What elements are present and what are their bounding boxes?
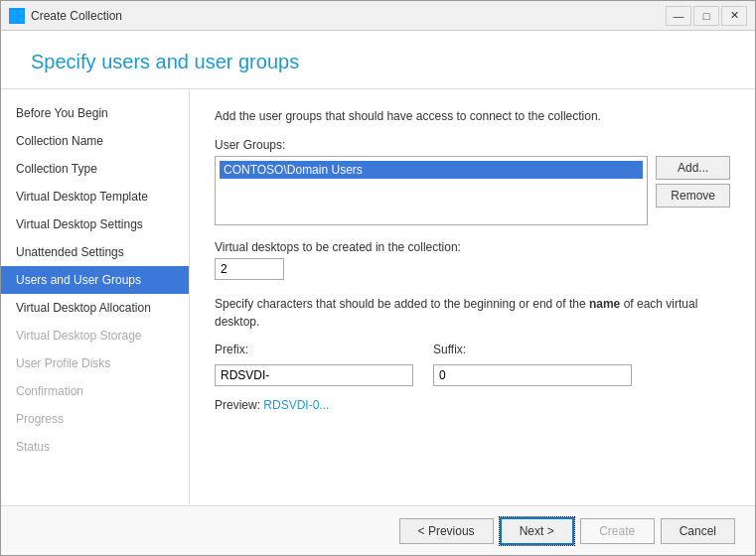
svg-rect-1 [18, 10, 23, 15]
remove-button[interactable]: Remove [656, 184, 730, 208]
window-controls: — □ ✕ [666, 6, 747, 26]
user-groups-buttons: Add... Remove [656, 156, 730, 208]
suffix-col: Suffix: [433, 343, 632, 386]
suffix-label: Suffix: [433, 343, 632, 356]
vd-count-label: Virtual desktops to be created in the co… [215, 240, 730, 254]
desc-pre: Specify characters that should be added … [215, 297, 589, 311]
sidebar-item-users-and-user-groups[interactable]: Users and User Groups [1, 266, 189, 294]
preview-value: RDSVDI-0... [263, 398, 329, 412]
user-groups-listbox[interactable]: CONTOSO\Domain Users [215, 156, 648, 225]
sidebar-item-virtual-desktop-allocation[interactable]: Virtual Desktop Allocation [1, 294, 189, 322]
sidebar-item-status: Status [1, 433, 189, 461]
sidebar-item-virtual-desktop-settings[interactable]: Virtual Desktop Settings [1, 210, 189, 238]
user-groups-row: CONTOSO\Domain Users Add... Remove [215, 156, 730, 225]
maximize-button[interactable]: □ [693, 6, 719, 26]
app-icon [9, 8, 25, 24]
sidebar-item-virtual-desktop-template[interactable]: Virtual Desktop Template [1, 183, 189, 210]
prefix-col: Prefix: [215, 343, 413, 386]
instruction-text: Add the user groups that should have acc… [215, 109, 730, 123]
main-window: Create Collection — □ ✕ Specify users an… [0, 0, 756, 556]
footer: < Previous Next > Create Cancel [1, 505, 755, 555]
create-button[interactable]: Create [580, 518, 655, 544]
sidebar-item-virtual-desktop-storage: Virtual Desktop Storage [1, 322, 189, 349]
sidebar: Before You BeginCollection NameCollectio… [1, 89, 190, 505]
listbox-item[interactable]: CONTOSO\Domain Users [220, 161, 643, 179]
prefix-label: Prefix: [215, 343, 413, 356]
window-title: Create Collection [31, 9, 666, 23]
suffix-input[interactable] [433, 364, 632, 386]
sidebar-item-confirmation: Confirmation [1, 377, 189, 405]
main-layout: Before You BeginCollection NameCollectio… [1, 89, 755, 505]
svg-rect-2 [11, 17, 16, 22]
vd-count-section: Virtual desktops to be created in the co… [215, 240, 730, 280]
preview-label: Preview: [215, 398, 260, 412]
prefix-suffix-row: Prefix: Suffix: [215, 343, 730, 386]
user-groups-label: User Groups: [215, 138, 730, 152]
sidebar-item-user-profile-disks: User Profile Disks [1, 349, 189, 377]
sidebar-item-collection-type[interactable]: Collection Type [1, 155, 189, 183]
vd-count-input[interactable] [215, 258, 284, 280]
minimize-button[interactable]: — [666, 6, 691, 26]
cancel-button[interactable]: Cancel [661, 518, 735, 544]
page-title: Specify users and user groups [31, 51, 725, 73]
user-groups-section: User Groups: CONTOSO\Domain Users Add...… [215, 138, 730, 225]
close-button[interactable]: ✕ [721, 6, 747, 26]
title-bar: Create Collection — □ ✕ [1, 1, 755, 31]
sidebar-item-before-you-begin[interactable]: Before You Begin [1, 99, 189, 127]
svg-rect-0 [11, 10, 16, 15]
main-content: Add the user groups that should have acc… [190, 89, 755, 505]
prefix-input[interactable] [215, 364, 413, 386]
svg-rect-3 [18, 17, 23, 22]
sidebar-item-collection-name[interactable]: Collection Name [1, 127, 189, 155]
desc-text: Specify characters that should be added … [215, 295, 730, 331]
sidebar-item-progress: Progress [1, 405, 189, 433]
page-header: Specify users and user groups [1, 31, 755, 89]
previous-button[interactable]: < Previous [399, 518, 494, 544]
add-button[interactable]: Add... [656, 156, 730, 180]
next-button[interactable]: Next > [500, 517, 574, 545]
desc-bold: name [589, 297, 620, 311]
window-body: Specify users and user groups Before You… [1, 31, 755, 555]
preview-row: Preview: RDSVDI-0... [215, 398, 730, 412]
sidebar-item-unattended-settings[interactable]: Unattended Settings [1, 238, 189, 266]
